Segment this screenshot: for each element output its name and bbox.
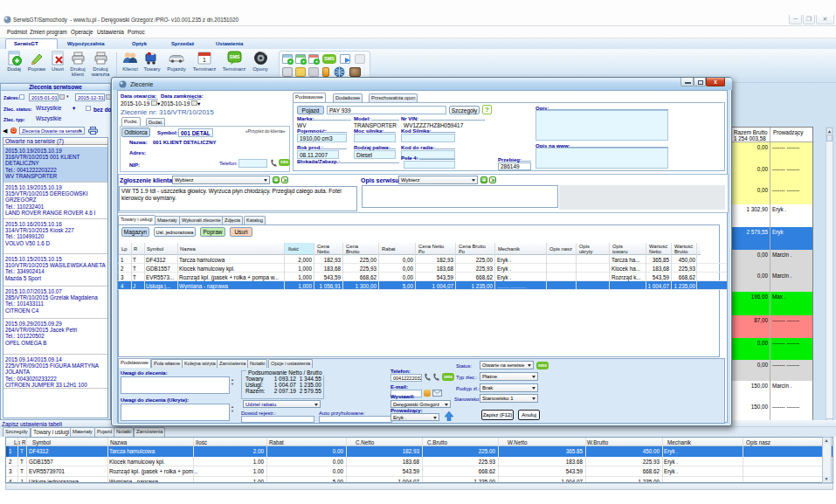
svg-text:SMS: SMS xyxy=(229,54,239,59)
svg-text:1: 1 xyxy=(203,56,207,64)
